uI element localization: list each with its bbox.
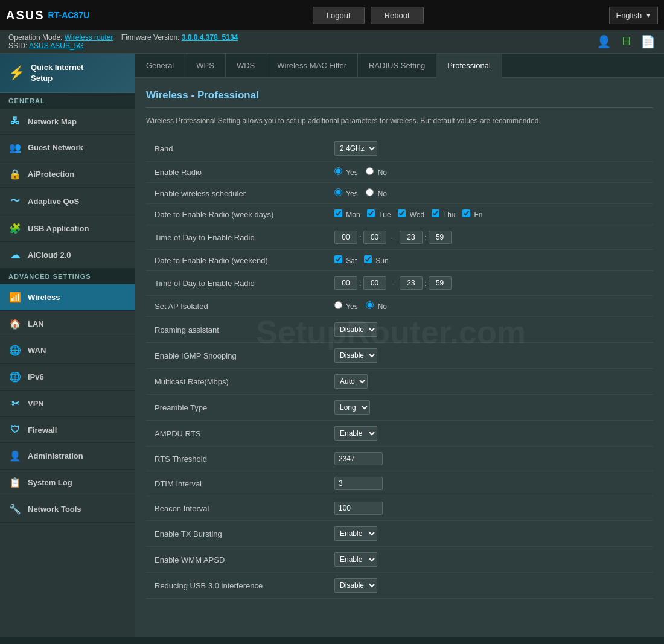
sidebar-item-aiprotection[interactable]: 🔒 AiProtection: [0, 161, 135, 188]
weekday-to-min[interactable]: [429, 231, 452, 244]
ap-no-label[interactable]: No: [366, 302, 387, 311]
time-range-weekday: : - :: [334, 231, 646, 244]
radio-no-label[interactable]: No: [366, 168, 387, 177]
weekend-sat[interactable]: Sat: [334, 257, 357, 265]
setting-control-time-weekday[interactable]: : - :: [327, 225, 653, 250]
quick-setup-item[interactable]: ⚡ Quick InternetSetup: [0, 54, 135, 93]
scheduler-yes[interactable]: [334, 188, 342, 196]
firmware-value[interactable]: 3.0.0.4.378_5134: [182, 33, 238, 42]
weekday-mon[interactable]: Mon: [334, 211, 360, 219]
setting-control-preamble[interactable]: Long Short: [327, 395, 653, 421]
network-tools-icon: 🔧: [8, 503, 22, 515]
multicast-select[interactable]: Auto 1 2: [334, 374, 368, 389]
setting-control-wmm-apsd[interactable]: Enable Disable: [327, 547, 653, 573]
dtim-input[interactable]: [334, 477, 383, 490]
sidebar-item-lan[interactable]: 🏠 LAN: [0, 311, 135, 337]
ssid-values[interactable]: ASUS ASUS_5G: [29, 42, 84, 50]
scheduler-no[interactable]: [366, 188, 374, 196]
sidebar-item-wan[interactable]: 🌐 WAN: [0, 337, 135, 364]
weekday-wed[interactable]: Wed: [398, 211, 424, 219]
weekday-to-hour[interactable]: [400, 231, 423, 244]
rts-input[interactable]: [334, 452, 383, 465]
tab-professional[interactable]: Professional: [436, 54, 502, 78]
setting-control-enable-radio[interactable]: Yes No: [327, 162, 653, 183]
lan-icon: 🏠: [8, 318, 22, 330]
monitor-icon[interactable]: 🖥: [620, 34, 632, 49]
lan-label: LAN: [28, 319, 44, 328]
setting-control-rts[interactable]: [327, 447, 653, 471]
settings-table: Band 2.4GHz 5GHz Enable Radio Yes No: [146, 136, 653, 599]
sidebar-item-aicloud[interactable]: ☁ AiCloud 2.0: [0, 242, 135, 269]
tab-general[interactable]: General: [135, 54, 185, 77]
weekend-sun[interactable]: Sun: [364, 257, 389, 265]
setting-control-roaming[interactable]: Disable Enable: [327, 317, 653, 343]
document-icon[interactable]: 📄: [640, 34, 656, 49]
sidebar-item-vpn[interactable]: ✂ VPN: [0, 391, 135, 417]
setting-control-beacon[interactable]: [327, 496, 653, 521]
wan-icon: 🌐: [8, 345, 22, 356]
sidebar-item-usb-application[interactable]: 🧩 USB Application: [0, 215, 135, 242]
ampdu-select[interactable]: Enable Disable: [334, 426, 377, 441]
sidebar-item-ipv6[interactable]: 🌐 IPv6: [0, 364, 135, 391]
sidebar-item-guest-network[interactable]: 👥 Guest Network: [0, 135, 135, 161]
setting-control-weekdays[interactable]: Mon Tue Wed Thu Fri: [327, 204, 653, 225]
sidebar-item-network-map[interactable]: 🖧 Network Map: [0, 109, 135, 135]
scheduler-no-label[interactable]: No: [366, 190, 387, 198]
tab-radius-setting[interactable]: RADIUS Setting: [358, 54, 436, 77]
beacon-input[interactable]: [334, 502, 383, 515]
tx-bursting-select[interactable]: Enable Disable: [334, 526, 377, 541]
language-selector[interactable]: English ▼: [609, 7, 658, 24]
setting-label-igmp: Enable IGMP Snooping: [146, 343, 327, 369]
aiprotection-icon: 🔒: [8, 168, 22, 180]
ap-yes-label[interactable]: Yes: [334, 302, 358, 311]
weekday-from-hour[interactable]: [334, 231, 357, 244]
sidebar-item-system-log[interactable]: 📋 System Log: [0, 470, 135, 496]
setting-control-multicast[interactable]: Auto 1 2: [327, 369, 653, 395]
logo-asus: ASUS: [6, 8, 45, 22]
setting-control-igmp[interactable]: Disable Enable: [327, 343, 653, 369]
setting-control-band[interactable]: 2.4GHz 5GHz: [327, 136, 653, 162]
quick-setup-label: Quick InternetSetup: [31, 62, 83, 84]
usb-interference-select[interactable]: Disable Enable: [334, 578, 377, 593]
setting-control-usb-interference[interactable]: Disable Enable: [327, 573, 653, 599]
logout-button[interactable]: Logout: [313, 7, 365, 24]
user-icon[interactable]: 👤: [596, 34, 611, 49]
setting-control-dtim[interactable]: [327, 471, 653, 496]
tab-wps[interactable]: WPS: [185, 54, 226, 77]
weekend-from-hour[interactable]: [334, 276, 357, 290]
sidebar-item-adaptive-qos[interactable]: 〜 Adaptive QoS: [0, 188, 135, 215]
sidebar-item-firewall[interactable]: 🛡 Firewall: [0, 417, 135, 443]
weekday-from-min[interactable]: [363, 231, 386, 244]
administration-label: Administration: [28, 451, 83, 461]
setting-control-tx-bursting[interactable]: Enable Disable: [327, 521, 653, 547]
radio-yes[interactable]: [334, 167, 342, 175]
weekend-to-hour[interactable]: [400, 276, 423, 290]
setting-control-scheduler[interactable]: Yes No: [327, 183, 653, 204]
weekday-fri[interactable]: Fri: [462, 211, 482, 219]
igmp-select[interactable]: Disable Enable: [334, 348, 377, 363]
setting-control-ap-isolated[interactable]: Yes No: [327, 296, 653, 317]
setting-control-time-weekend[interactable]: : - :: [327, 271, 653, 296]
sidebar-item-wireless[interactable]: 📶 Wireless: [0, 284, 135, 311]
operation-mode-value[interactable]: Wireless router: [65, 33, 113, 42]
weekday-thu[interactable]: Thu: [432, 211, 456, 219]
tab-wireless-mac-filter[interactable]: Wireless MAC Filter: [266, 54, 358, 77]
radio-no[interactable]: [366, 167, 374, 175]
radio-yes-label[interactable]: Yes: [334, 168, 358, 177]
reboot-button[interactable]: Reboot: [371, 7, 424, 24]
tab-wds[interactable]: WDS: [226, 54, 266, 77]
scheduler-yes-label[interactable]: Yes: [334, 190, 358, 198]
weekend-to-min[interactable]: [429, 276, 452, 290]
wmm-apsd-select[interactable]: Enable Disable: [334, 552, 377, 567]
layout: ⚡ Quick InternetSetup General 🖧 Network …: [0, 54, 664, 637]
setting-control-ampdu[interactable]: Enable Disable: [327, 421, 653, 447]
setting-control-weekend[interactable]: Sat Sun: [327, 250, 653, 271]
band-select[interactable]: 2.4GHz 5GHz: [334, 141, 377, 156]
roaming-select[interactable]: Disable Enable: [334, 322, 377, 337]
weekday-tue[interactable]: Tue: [367, 211, 391, 219]
sidebar-item-administration[interactable]: 👤 Administration: [0, 443, 135, 470]
sidebar-item-network-tools[interactable]: 🔧 Network Tools: [0, 496, 135, 523]
preamble-select[interactable]: Long Short: [334, 400, 370, 415]
ipv6-label: IPv6: [28, 372, 44, 381]
weekend-from-min[interactable]: [363, 276, 386, 290]
